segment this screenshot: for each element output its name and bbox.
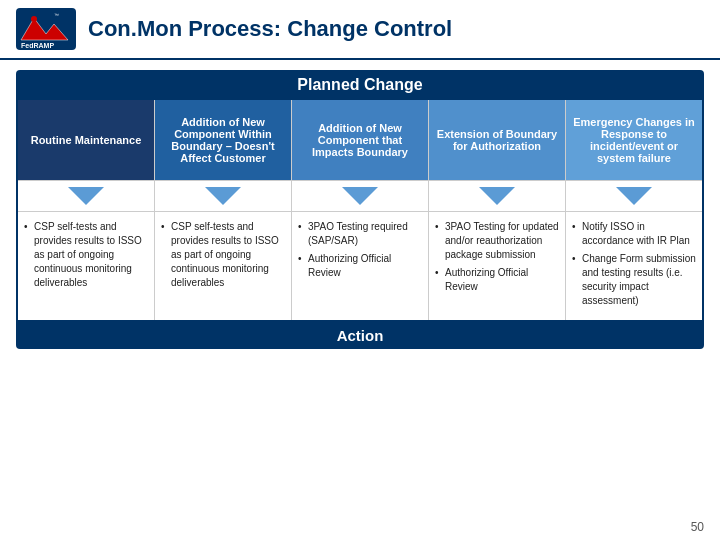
col-header-routine: Routine Maintenance xyxy=(18,100,154,180)
svg-text:™: ™ xyxy=(54,12,59,18)
list-item: CSP self-tests and provides results to I… xyxy=(161,220,285,290)
svg-text:FedRAMP: FedRAMP xyxy=(21,42,54,49)
col-header-addition-within: Addition of New Component Within Boundar… xyxy=(155,100,291,180)
col-body-routine: CSP self-tests and provides results to I… xyxy=(18,211,154,320)
svg-point-3 xyxy=(31,16,37,22)
col-extension: Extension of Boundary for Authorization … xyxy=(429,100,566,320)
col-routine: Routine Maintenance CSP self-tests and p… xyxy=(18,100,155,320)
action-footer: Action xyxy=(16,322,704,349)
arrow-emergency xyxy=(616,187,652,205)
list-item: Authorizing Official Review xyxy=(435,266,559,294)
col-body-addition-impacts: 3PAO Testing required (SAP/SAR) Authoriz… xyxy=(292,211,428,320)
arrow-extension xyxy=(479,187,515,205)
list-item: CSP self-tests and provides results to I… xyxy=(24,220,148,290)
planned-change-header: Planned Change xyxy=(16,70,704,100)
col-emergency: Emergency Changes in Response to inciden… xyxy=(566,100,702,320)
page-title: Con.Mon Process: Change Control xyxy=(88,16,452,42)
process-table: Routine Maintenance CSP self-tests and p… xyxy=(16,100,704,322)
list-item: 3PAO Testing required (SAP/SAR) xyxy=(298,220,422,248)
col-body-extension: 3PAO Testing for updated and/or reauthor… xyxy=(429,211,565,320)
col-header-emergency: Emergency Changes in Response to inciden… xyxy=(566,100,702,180)
arrow-addition-within xyxy=(205,187,241,205)
page-header: FedRAMP ™ Con.Mon Process: Change Contro… xyxy=(0,0,720,60)
list-item: Authorizing Official Review xyxy=(298,252,422,280)
col-body-emergency: Notify ISSO in accordance with IR Plan C… xyxy=(566,211,702,320)
arrow-routine xyxy=(68,187,104,205)
main-content: Planned Change Routine Maintenance CSP s… xyxy=(0,60,720,359)
col-header-addition-impacts: Addition of New Component that Impacts B… xyxy=(292,100,428,180)
col-addition-impacts: Addition of New Component that Impacts B… xyxy=(292,100,429,320)
list-item: Notify ISSO in accordance with IR Plan xyxy=(572,220,696,248)
list-item: Change Form submission and testing resul… xyxy=(572,252,696,308)
page-number: 50 xyxy=(691,520,704,534)
col-addition-within: Addition of New Component Within Boundar… xyxy=(155,100,292,320)
arrow-addition-impacts xyxy=(342,187,378,205)
fedramp-logo: FedRAMP ™ xyxy=(16,8,76,50)
col-header-extension: Extension of Boundary for Authorization xyxy=(429,100,565,180)
list-item: 3PAO Testing for updated and/or reauthor… xyxy=(435,220,559,262)
col-body-addition-within: CSP self-tests and provides results to I… xyxy=(155,211,291,320)
